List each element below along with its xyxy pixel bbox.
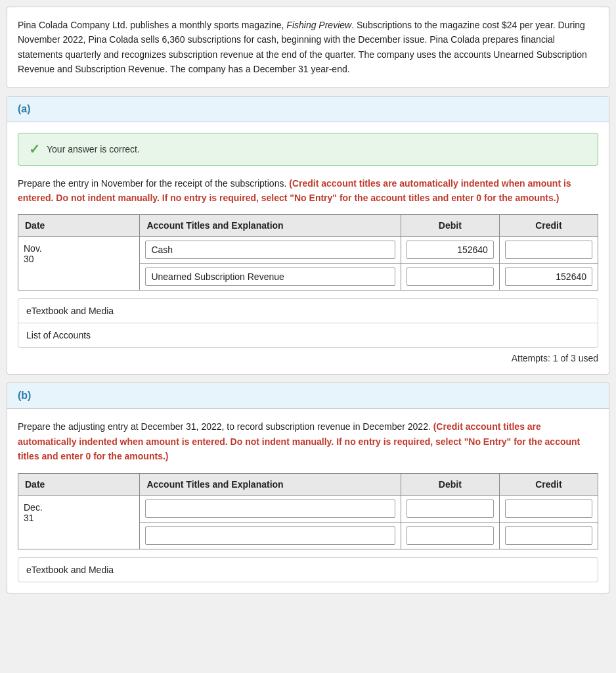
account-input-b2[interactable] (145, 526, 395, 545)
debit-input-b1[interactable] (407, 499, 494, 518)
part-a-action-buttons: eTextbook and Media List of Accounts (18, 298, 598, 348)
col-account: Account Titles and Explanation (140, 215, 401, 237)
account-cell-2[interactable] (140, 264, 401, 290)
checkmark-icon: ✓ (29, 141, 40, 157)
account-input-1[interactable] (145, 241, 395, 259)
part-a-instruction: Prepare the entry in November for the re… (18, 176, 598, 206)
credit-cell-b2[interactable] (499, 522, 598, 549)
col-debit-b: Debit (401, 473, 499, 495)
part-a-header: (a) (7, 97, 609, 122)
debit-input-b2[interactable] (407, 526, 494, 545)
intro-card: Pina Colada Company Ltd. publishes a mon… (7, 7, 609, 88)
credit-cell-b1[interactable] (499, 495, 598, 522)
credit-cell-2[interactable] (499, 264, 598, 290)
etextbook-media-button-b[interactable]: eTextbook and Media (18, 558, 598, 582)
col-credit-b: Credit (499, 473, 598, 495)
account-cell-b2[interactable] (140, 522, 401, 549)
part-a-journal-table: Date Account Titles and Explanation Debi… (18, 214, 598, 290)
col-debit: Debit (401, 215, 499, 237)
debit-input-2[interactable] (407, 267, 494, 286)
part-b-content: Prepare the adjusting entry at December … (7, 409, 609, 592)
debit-cell-b2[interactable] (401, 522, 499, 549)
col-credit: Credit (499, 215, 598, 237)
debit-cell-1[interactable] (401, 237, 499, 264)
debit-input-1[interactable] (407, 241, 494, 259)
list-of-accounts-button[interactable]: List of Accounts (18, 323, 598, 347)
debit-cell-b1[interactable] (401, 495, 499, 522)
table-row: Nov.30 (18, 237, 598, 264)
part-b-instruction: Prepare the adjusting entry at December … (18, 419, 598, 463)
account-input-b1[interactable] (145, 499, 395, 518)
part-a-content: ✓ Your answer is correct. Prepare the en… (7, 122, 609, 375)
credit-input-b2[interactable] (505, 526, 592, 545)
part-a-section: (a) ✓ Your answer is correct. Prepare th… (7, 96, 609, 375)
table-row-b-1: Dec.31 (18, 495, 598, 522)
account-cell-1[interactable] (140, 237, 401, 264)
success-banner: ✓ Your answer is correct. (18, 133, 598, 166)
part-b-action-buttons: eTextbook and Media (18, 557, 598, 582)
date-cell-dec: Dec.31 (18, 495, 140, 549)
part-b-instruction-normal: Prepare the adjusting entry at December … (18, 421, 431, 432)
part-b-label: (b) (18, 390, 31, 401)
debit-cell-2[interactable] (401, 264, 499, 290)
account-cell-b1[interactable] (140, 495, 401, 522)
instruction-normal: Prepare the entry in November for the re… (18, 178, 286, 189)
credit-input-1[interactable] (505, 241, 592, 259)
etextbook-media-button[interactable]: eTextbook and Media (18, 299, 598, 323)
date-cell-nov: Nov.30 (18, 237, 140, 290)
col-date-b: Date (18, 473, 140, 495)
attempts-footer: Attempts: 1 of 3 used (18, 348, 598, 363)
part-b-section: (b) Prepare the adjusting entry at Decem… (7, 383, 609, 593)
part-b-header: (b) (7, 383, 609, 409)
attempts-text: Attempts: 1 of 3 used (512, 353, 598, 363)
credit-input-b1[interactable] (505, 499, 592, 518)
magazine-name: Fishing Preview (286, 20, 351, 30)
part-b-journal-table: Date Account Titles and Explanation Debi… (18, 473, 598, 549)
credit-cell-1[interactable] (499, 237, 598, 264)
col-date: Date (18, 215, 140, 237)
col-account-b: Account Titles and Explanation (140, 473, 401, 495)
credit-input-2[interactable] (505, 267, 592, 286)
intro-paragraph: Pina Colada Company Ltd. publishes a mon… (18, 18, 598, 77)
account-input-2[interactable] (145, 267, 395, 286)
part-a-label: (a) (18, 103, 31, 114)
success-message: Your answer is correct. (47, 144, 140, 154)
